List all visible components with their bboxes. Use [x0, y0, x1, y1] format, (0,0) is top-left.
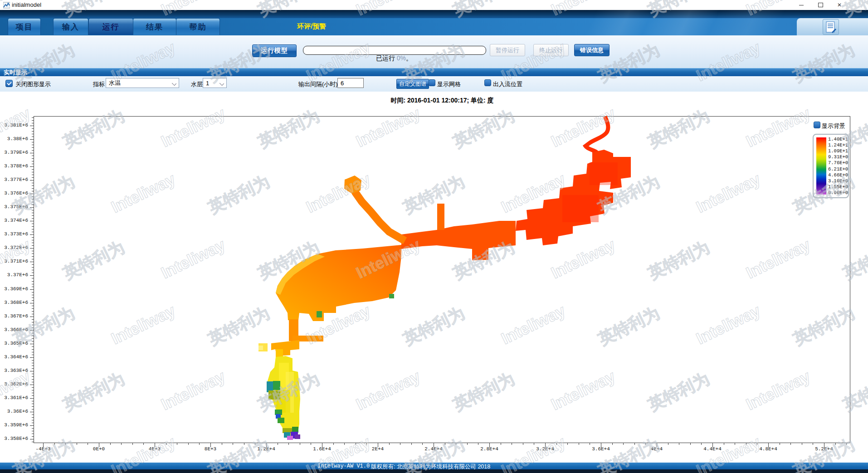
y-tick-label: 3.365E+6 — [0, 341, 28, 346]
y-minor-tick — [32, 202, 34, 202]
y-minor-tick — [32, 120, 34, 121]
y-major-tick — [30, 385, 34, 385]
y-minor-tick — [32, 131, 34, 132]
y-minor-tick — [32, 314, 34, 314]
legend-value: 1.24E+1 — [828, 142, 849, 148]
y-minor-tick — [32, 395, 34, 396]
x-minor-tick — [356, 443, 356, 445]
y-tick-label: 3.362E+6 — [0, 381, 28, 387]
channel-nub — [437, 204, 444, 230]
y-major-tick — [30, 194, 34, 194]
y-tick-label: 3.372E+6 — [0, 245, 28, 250]
y-major-tick — [30, 180, 34, 180]
y-minor-tick — [32, 292, 34, 293]
x-minor-tick — [690, 443, 691, 445]
red-shade — [562, 195, 599, 222]
tab-输入[interactable]: 输入 — [53, 18, 88, 35]
y-tick-label: 3.378E+6 — [0, 163, 28, 169]
x-minor-tick — [177, 443, 177, 445]
x-minor-tick — [846, 443, 847, 445]
y-minor-tick — [32, 256, 34, 257]
x-minor-tick — [679, 443, 679, 445]
y-major-tick — [30, 439, 34, 439]
magenta-cell — [287, 436, 293, 440]
y-minor-tick — [32, 210, 34, 210]
y-tick-label: 3.36E+6 — [0, 409, 28, 414]
y-minor-tick — [32, 379, 34, 380]
x-minor-tick — [333, 443, 334, 445]
y-tick-label: 3.38E+6 — [0, 136, 28, 141]
y-minor-tick — [32, 150, 34, 151]
y-minor-tick — [32, 322, 34, 322]
y-minor-tick — [32, 406, 34, 407]
x-minor-tick — [835, 443, 836, 445]
y-tick-label: 3.379E+6 — [0, 150, 28, 155]
tab-结果[interactable]: 结果 — [133, 18, 176, 35]
x-minor-tick — [411, 443, 412, 445]
y-major-tick — [30, 275, 34, 276]
y-minor-tick — [32, 164, 34, 164]
legend-value: 1.40E+1 — [828, 137, 849, 142]
y-minor-tick — [32, 134, 34, 134]
legend-value: 1.55E+0 — [828, 184, 849, 190]
tab-运行[interactable]: 运行 — [88, 18, 133, 35]
y-minor-tick — [32, 158, 34, 159]
y-major-tick — [30, 303, 34, 303]
y-minor-tick — [32, 128, 34, 129]
y-major-tick — [30, 248, 34, 249]
y-minor-tick — [32, 237, 34, 238]
x-minor-tick — [478, 443, 478, 445]
y-major-tick — [30, 412, 34, 412]
y-minor-tick — [32, 376, 34, 377]
y-minor-tick — [32, 434, 34, 434]
y-minor-tick — [32, 273, 34, 273]
tab-项目[interactable]: 项目 — [8, 18, 41, 35]
y-minor-tick — [32, 295, 34, 295]
legend-value: 0.00E+0 — [828, 190, 849, 195]
x-minor-tick — [54, 443, 55, 445]
main-lake — [276, 245, 401, 321]
y-tick-label: 3.375E+6 — [0, 204, 28, 210]
x-minor-tick — [534, 443, 534, 445]
x-tick-label: 2.8E+4 — [471, 446, 507, 452]
y-minor-tick — [32, 401, 34, 401]
y-minor-tick — [32, 251, 34, 251]
outlet-band — [271, 340, 299, 356]
y-minor-tick — [32, 172, 34, 172]
y-tick-label: 3.367E+6 — [0, 313, 28, 319]
x-minor-tick — [746, 443, 746, 445]
green-cell — [273, 381, 280, 390]
y-minor-tick — [32, 297, 34, 298]
y-minor-tick — [32, 393, 34, 393]
x-minor-tick — [623, 443, 624, 445]
y-major-tick — [30, 371, 34, 371]
branch-head — [344, 176, 361, 194]
legend-value: 1.09E+1 — [828, 148, 849, 154]
x-tick-label: 3.2E+4 — [527, 446, 563, 452]
y-major-tick — [30, 398, 34, 399]
green-cell — [317, 311, 322, 317]
x-minor-tick — [121, 443, 122, 445]
x-minor-tick — [445, 443, 445, 445]
x-minor-tick — [288, 443, 289, 445]
y-major-tick — [30, 357, 34, 358]
y-minor-tick — [32, 264, 34, 265]
x-minor-tick — [501, 443, 501, 445]
y-minor-tick — [32, 156, 34, 156]
x-minor-tick — [77, 443, 77, 445]
y-minor-tick — [32, 218, 34, 219]
y-minor-tick — [32, 177, 34, 178]
legend-value: 6.21E+0 — [828, 166, 849, 172]
tab-帮助[interactable]: 帮助 — [176, 18, 220, 35]
y-tick-label: 3.361E+6 — [0, 395, 28, 400]
y-minor-tick — [32, 245, 34, 246]
y-major-tick — [30, 317, 34, 317]
x-minor-tick — [467, 443, 468, 445]
y-minor-tick — [32, 142, 34, 142]
x-tick-label: 4.4E+4 — [694, 446, 731, 452]
x-minor-tick — [523, 443, 523, 445]
y-minor-tick — [32, 278, 34, 278]
legend-value: 9.31E+0 — [828, 154, 849, 160]
y-minor-tick — [32, 191, 34, 191]
y-minor-tick — [32, 226, 34, 227]
